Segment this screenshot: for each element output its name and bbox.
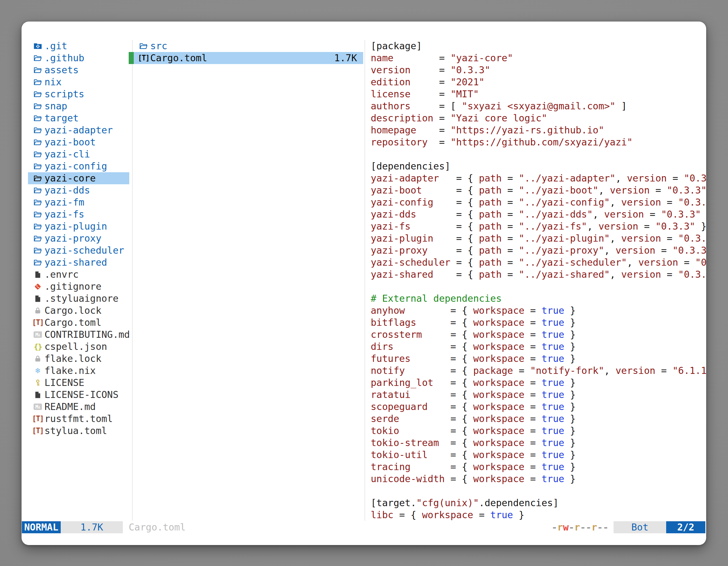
item-label: yazi-scheduler [44,245,124,257]
folder-open-icon [34,54,42,62]
toml-icon: [T] [34,427,42,435]
preview-line: yazi-scheduler = { path = "../yazi-sched… [371,257,706,269]
preview-line: crossterm = { workspace = true } [371,328,706,340]
item-label: snap [44,100,67,112]
parent-dir-item[interactable]: target [28,112,129,124]
parent-dir-item[interactable]: [T]rustfmt.toml [28,413,129,425]
parent-dir-item[interactable]: LICENSE [28,377,129,389]
git-folder-icon [34,42,42,50]
preview-line: ratatui = { workspace = true } [371,389,706,401]
folder-open-icon [139,42,148,50]
preview-line [371,148,706,160]
preview-line: [package] [371,40,706,52]
item-label: README.md [44,401,96,413]
parent-dir-item[interactable]: [T]Cargo.toml [28,316,129,328]
file-size: 1.7K [334,52,363,64]
parent-dir-item[interactable]: flake.lock [28,353,129,365]
parent-dir-item[interactable]: yazi-core [28,172,129,184]
toml-icon: [T] [139,54,148,62]
item-label: src [150,40,167,52]
scroll-position-badge: Bot [614,521,666,533]
item-label: scripts [44,88,84,100]
json-icon: {} [34,342,42,351]
parent-dir-item[interactable]: nix [28,76,129,88]
preview-line: version = "0.3.3" [371,64,706,76]
file-index-badge: 2/2 [666,521,705,533]
parent-dir-item[interactable]: assets [28,64,129,76]
item-label: .gitignore [44,281,101,292]
file-row[interactable]: [T]Cargo.toml1.7K [129,52,363,64]
parent-dir-item[interactable]: {}cspell.json [28,340,129,353]
parent-dir-item[interactable]: yazi-config [28,160,129,172]
item-label: yazi-fs [44,208,84,220]
parent-dir-item[interactable]: .github [28,52,129,64]
item-label: .styluaignore [44,292,119,304]
folder-open-icon [34,102,42,111]
file-size-badge: 1.7K [61,521,123,533]
parent-dir-item[interactable]: .styluaignore [28,292,129,304]
parent-pane: .git.githubassetsnixscriptssnaptargetyaz… [28,40,129,437]
parent-dir-item[interactable]: yazi-cli [28,148,129,160]
item-label: Cargo.toml [44,316,101,328]
item-label: CONTRIBUTING.md [44,328,130,340]
item-label: yazi-cli [44,148,90,160]
current-pane: src[T]Cargo.toml1.7K [129,40,363,64]
preview-line: tokio-util = { workspace = true } [371,449,706,461]
preview-line: # External dependencies [371,292,706,304]
preview-line: yazi-fs = { path = "../yazi-fs", version… [371,220,706,233]
parent-dir-item[interactable]: snap [28,100,129,112]
preview-line: tracing = { workspace = true } [371,461,706,473]
parent-dir-item[interactable]: [T]stylua.toml [28,425,129,437]
status-filename: Cargo.toml [129,521,185,533]
status-bar: NORMAL 1.7K Cargo.toml -rw-r--r-- Bot 2/… [22,521,706,533]
parent-dir-item[interactable]: yazi-proxy [28,233,129,245]
preview-line: authors = [ "sxyazi <sxyazi@gmail.com>" … [371,100,706,112]
parent-dir-item[interactable]: ❄flake.nix [28,365,129,377]
parent-dir-item[interactable]: yazi-dds [28,184,129,196]
item-label: .git [44,40,67,52]
parent-dir-item[interactable]: scripts [28,88,129,100]
preview-line: tokio-stream = { workspace = true } [371,437,706,449]
preview-line: yazi-shared = { path = "../yazi-shared",… [371,269,706,281]
parent-dir-item[interactable]: yazi-fm [28,196,129,208]
folder-open-icon [34,234,42,243]
selection-marker [129,40,134,52]
preview-line: yazi-proxy = { path = "../yazi-proxy", v… [371,245,706,257]
item-label: yazi-boot [44,136,96,148]
preview-pane[interactable]: [package]name = "yazi-core"version = "0.… [371,40,706,521]
parent-dir-item[interactable]: yazi-fs [28,208,129,220]
parent-dir-item[interactable]: yazi-boot [28,136,129,148]
markdown-icon: M↓ [34,330,42,339]
item-label: .github [44,52,84,64]
item-label: yazi-core [44,172,96,184]
preview-line: unicode-width = { workspace = true } [371,473,706,485]
parent-dir-item[interactable]: LICENSE-ICONS [28,389,129,401]
lock-icon [34,354,42,363]
folder-open-icon [34,222,42,231]
parent-dir-item[interactable]: M↓README.md [28,401,129,413]
parent-dir-item[interactable]: .git [28,40,129,52]
parent-dir-item[interactable]: Cargo.lock [28,304,129,316]
item-label: assets [44,64,79,76]
folder-open-icon [34,126,42,135]
parent-dir-item[interactable]: yazi-shared [28,257,129,269]
parent-dir-item[interactable]: yazi-plugin [28,220,129,233]
item-label: nix [44,76,62,88]
parent-dir-item[interactable]: .gitignore [28,281,129,292]
folder-open-icon [34,90,42,98]
folder-open-icon [34,198,42,207]
parent-dir-item[interactable]: yazi-scheduler [28,245,129,257]
item-label: stylua.toml [44,425,107,437]
folder-open-icon [34,174,42,183]
parent-dir-item[interactable]: .envrc [28,269,129,281]
parent-dir-item[interactable]: M↓CONTRIBUTING.md [28,328,129,340]
preview-line: yazi-dds = { path = "../yazi-dds", versi… [371,208,706,220]
file-row[interactable]: src [129,40,363,52]
parent-dir-item[interactable]: yazi-adapter [28,124,129,136]
item-label: .envrc [44,269,79,281]
item-label: flake.lock [44,353,101,365]
item-label: LICENSE-ICONS [44,389,119,401]
folder-open-icon [34,247,42,255]
preview-line: repository = "https://github.com/sxyazi/… [371,136,706,148]
lock-icon [34,306,42,315]
